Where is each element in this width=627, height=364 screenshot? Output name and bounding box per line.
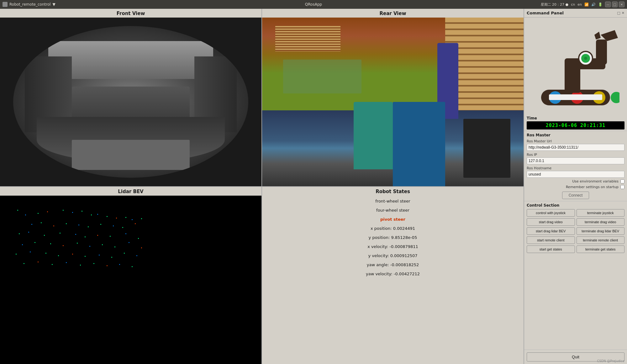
lidar-dot (107, 265, 108, 266)
terminate-drag-video-button[interactable]: terminate drag video (577, 218, 625, 226)
lidar-dot (132, 219, 133, 220)
start-drag-lidar-button[interactable]: start drag lidar BEV (527, 227, 575, 235)
lidar-dot (122, 227, 123, 228)
start-drag-video-button[interactable]: start drag video (527, 218, 575, 226)
lidar-dot (19, 233, 20, 234)
minimize-button[interactable]: — (605, 2, 611, 7)
lidar-dot (16, 254, 17, 255)
state-pivot: pivot steer (380, 217, 405, 222)
terminate-joystick-button[interactable]: terminate joystick (577, 209, 625, 217)
control-section: Control Section control with joystickter… (524, 201, 627, 255)
lidar-dot (66, 262, 67, 263)
lidar-dot (41, 222, 42, 223)
lidar-dot (111, 257, 112, 258)
lidar-dot (102, 244, 103, 245)
lidar-dot (72, 254, 73, 255)
state-four-wheel: four-wheel steer (376, 208, 409, 213)
lidar-dot (45, 253, 46, 254)
front-view-title: Front View (0, 9, 261, 18)
cp-close-icon[interactable]: ✕ (622, 11, 624, 15)
lidar-dot (38, 213, 39, 214)
lidar-dot (28, 232, 29, 233)
terminate-get-states-button[interactable]: terminate get states (577, 245, 625, 253)
robot-illustration (524, 18, 627, 115)
state-x-position: x position: 0.0024491 (371, 226, 415, 231)
lidar-dot (30, 251, 31, 252)
ros-hostname-input[interactable] (527, 171, 624, 178)
fisheye-overlay (13, 26, 249, 178)
lidar-dot (47, 211, 48, 212)
main-container: Front View (0, 9, 627, 364)
lidar-dot (97, 214, 98, 215)
lidar-dot (31, 224, 32, 225)
lidar-dot (89, 246, 90, 247)
lidar-dot (97, 235, 98, 236)
rear-view-title: Rear View (262, 9, 524, 18)
language-display: en (577, 3, 582, 7)
lidar-dot (53, 225, 54, 226)
start-get-states-button[interactable]: start get states (527, 245, 575, 253)
lidar-dot (52, 264, 53, 265)
lidar-dot (60, 233, 61, 234)
ros-ip-label: Ros IP (527, 153, 624, 157)
rear-chair (354, 102, 393, 169)
battery-icon: 🔋 (598, 3, 603, 7)
lidar-dot (114, 246, 115, 247)
start-remote-client-button[interactable]: start remote client (527, 236, 575, 244)
lidar-dot (136, 255, 137, 256)
content-area: Front View (0, 9, 524, 364)
lidar-dot (91, 214, 92, 215)
control-joystick-button[interactable]: control with joystick (527, 209, 575, 217)
control-section-label: Control Section (527, 203, 624, 208)
use-env-checkbox[interactable] (620, 179, 624, 183)
command-panel-icons: □ ✕ (617, 11, 624, 15)
ros-url-input[interactable] (527, 144, 624, 151)
time-section-label: Time (527, 116, 624, 120)
lidar-dot (113, 225, 114, 226)
ros-ip-input[interactable] (527, 157, 624, 164)
lidar-dot (72, 212, 73, 213)
lidar-dot (24, 263, 24, 264)
lidar-dot (138, 238, 139, 239)
lidar-dot (44, 235, 45, 236)
control-grid: control with joystickterminate joysticks… (527, 209, 624, 253)
lidar-dot (22, 244, 23, 245)
svg-rect-8 (596, 40, 607, 65)
terminate-drag-lidar-button[interactable]: terminate drag lidar BEV (577, 227, 625, 235)
window-controls: — □ ✕ (605, 2, 624, 7)
state-yaw-velocity: yaw velocity: -0.00427212 (366, 272, 420, 276)
lidar-bg (0, 196, 261, 364)
lidar-dot (116, 218, 117, 219)
lidar-dot (38, 261, 39, 262)
lidar-dot (88, 226, 89, 227)
maximize-button[interactable]: □ (612, 2, 618, 7)
time-display: 2023-06-06 20:21:31 (527, 121, 624, 129)
lidar-dot (66, 223, 67, 224)
command-panel-header: Command Panel □ ✕ (524, 9, 627, 18)
remember-checkbox[interactable] (620, 185, 624, 189)
time-section: Time 2023-06-06 20:21:31 (524, 115, 627, 131)
front-view-panel: Front View (0, 9, 262, 186)
lidar-dot (141, 247, 142, 248)
window-title: QRosApp (305, 2, 322, 7)
front-view-bg (0, 18, 261, 186)
state-yaw-angle: yaw angle: -0.000818252 (367, 262, 419, 267)
terminate-remote-client-button[interactable]: terminate remote client (577, 236, 625, 244)
remember-row: Remember settings on startup (527, 185, 624, 189)
expand-icon[interactable]: □ (617, 11, 620, 15)
dropdown-arrow[interactable]: ▼ (53, 2, 55, 7)
lidar-dot (80, 265, 81, 266)
locale-display: cn (571, 3, 575, 7)
robot-states-title: Robot States (262, 187, 524, 196)
lidar-dot (132, 266, 133, 267)
lidar-dot (85, 256, 86, 257)
lidar-dot (93, 263, 94, 264)
close-button[interactable]: ✕ (619, 2, 624, 7)
svg-marker-10 (594, 32, 601, 40)
connect-button[interactable]: Connect (562, 192, 589, 199)
lidar-dot (77, 243, 78, 244)
use-env-row: Use environment variables (527, 179, 624, 183)
lidar-dot (34, 242, 35, 243)
time-display: 星期二 20：27 ● (541, 2, 569, 7)
wifi-icon: 📶 (584, 3, 589, 7)
